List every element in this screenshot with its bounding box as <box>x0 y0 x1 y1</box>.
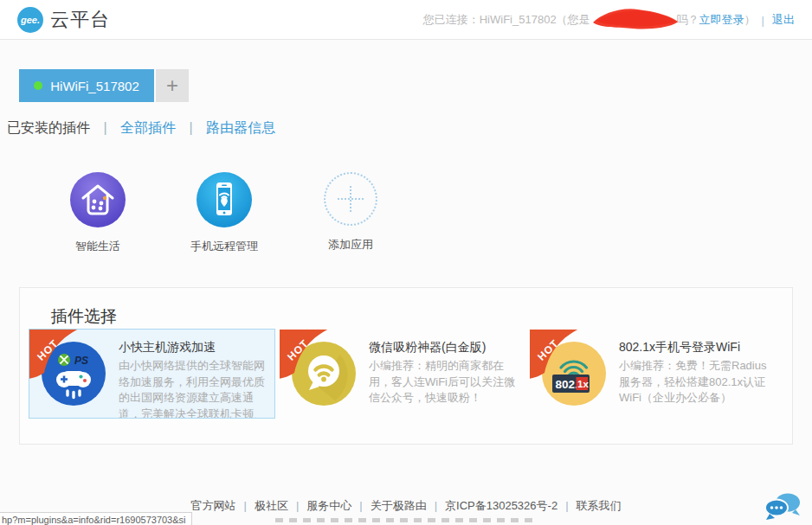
gee-logo-text: gee. <box>21 15 40 25</box>
brand-title: 云平台 <box>50 7 110 33</box>
plugin-card-title: 小快主机游戏加速 <box>119 340 267 355</box>
connection-status: 您已连接：HiWiFi_517802（您是 吗？ 立即登录 ） | 退出 <box>423 0 795 40</box>
connection-text-prefix: 您已连接：HiWiFi_517802（您是 <box>423 12 590 28</box>
footer-link-icp[interactable]: 京ICP备13025326号-2 <box>445 499 557 512</box>
footer-link-service-center[interactable]: 服务中心 <box>306 499 351 512</box>
nav-separator: | <box>190 120 193 135</box>
footer-link-about[interactable]: 关于极路由 <box>371 499 427 512</box>
nav-separator: | <box>103 120 106 135</box>
footer-separator: | <box>296 499 299 512</box>
smart-home-icon <box>70 172 126 227</box>
plugin-nav: 已安装的插件 | 全部插件 | 路由器信息 <box>7 119 793 138</box>
hot-ribbon-icon: HOT <box>29 329 79 379</box>
add-app-icon <box>324 172 377 226</box>
footer-separator: | <box>359 499 362 512</box>
plugin-card-description: 小编推荐：免费！无需Radius服务器，轻松搭建802.1x认证WiFi（企业办… <box>619 358 768 407</box>
app-label: 智能生活 <box>50 239 145 254</box>
section-title: 插件选择 <box>51 305 792 328</box>
app-add-application[interactable]: 添加应用 <box>303 172 398 254</box>
plugin-card-title: 微信吸粉神器(白金版) <box>369 340 518 355</box>
installed-apps-row: 智能生活 手机远程管理 添加应用 <box>19 172 793 254</box>
logout-link[interactable]: 退出 <box>772 12 795 28</box>
hot-ribbon-icon: HOT <box>529 329 579 379</box>
main-content: HiWiFi_517802 + 已安装的插件 | 全部插件 | 路由器信息 智能… <box>0 69 812 445</box>
plugin-card-text: 小快主机游戏加速 由小快网络提供的全球智能网络加速服务，利用全网最优质的出国网络… <box>119 340 267 419</box>
chat-bubbles-icon <box>764 491 802 522</box>
footer-link-contact[interactable]: 联系我们 <box>577 499 622 512</box>
connection-close-paren: ） <box>744 12 756 28</box>
browser-status-bar: hp?m=plugins&a=info&rid=r1690573703&si <box>0 512 192 525</box>
red-scribble-redaction <box>591 9 676 31</box>
app-smart-life[interactable]: 智能生活 <box>50 172 145 254</box>
plugin-card-title: 802.1x手机号登录WiFi <box>619 340 768 355</box>
status-url-text: hp?m=plugins&a=info&rid=r1690573703&si <box>2 515 186 525</box>
online-status-dot <box>34 81 42 90</box>
gee-logo-icon: gee. <box>17 7 43 33</box>
footer-link-official-site[interactable]: 官方网站 <box>190 499 235 512</box>
plugin-card-description: 小编推荐：精明的商家都在用，客人连WiFi后可以关注微信公众号，快速吸粉！ <box>369 358 518 407</box>
customer-service-chat-button[interactable] <box>764 491 802 522</box>
plugin-cards-row: HOT PS 小快主机游戏加速 由小快网络提 <box>29 329 776 419</box>
brand-logo[interactable]: gee. 云平台 <box>17 7 110 33</box>
app-label: 手机远程管理 <box>177 239 272 254</box>
app-label: 添加应用 <box>303 237 398 253</box>
footer-link-community[interactable]: 极社区 <box>255 499 288 512</box>
footer-separator: | <box>435 499 437 512</box>
nav-router-info[interactable]: 路由器信息 <box>206 120 275 135</box>
nav-installed-plugins[interactable]: 已安装的插件 <box>7 120 90 135</box>
router-tab-label: HiWiFi_517802 <box>50 79 139 93</box>
router-tab-bar: HiWiFi_517802 + <box>19 69 793 102</box>
scribble-icon <box>588 3 685 35</box>
plugin-card-wechat-fans[interactable]: HOT 微信吸粉神器(白金版) 小编推荐：精明的商家都在用，客人连WiFi后可以… <box>279 329 525 419</box>
plus-icon <box>350 186 351 212</box>
plugin-picks-section: 插件选择 HOT PS <box>19 287 793 445</box>
phone-remote-icon <box>197 172 252 227</box>
footer-separator: | <box>243 499 246 512</box>
plugin-card-description: 由小快网络提供的全球智能网络加速服务，利用全网最优质的出国网络资源建立高速通道，… <box>119 358 267 419</box>
plugin-card-text: 微信吸粉神器(白金版) 小编推荐：精明的商家都在用，客人连WiFi后可以关注微信… <box>369 340 518 419</box>
desc-visible: 由小快网络提供的全球智能网络加速服务，利用全网最优质的出国网络资源建立高速通道，… <box>119 359 265 419</box>
badge-prefix: 802. <box>556 378 578 391</box>
app-phone-remote[interactable]: 手机远程管理 <box>177 172 272 254</box>
plugin-card-game-boost[interactable]: HOT PS 小快主机游戏加速 由小快网络提 <box>29 329 275 419</box>
badge-suffix: 1x <box>577 379 589 389</box>
hot-ribbon-icon: HOT <box>279 329 329 379</box>
header-divider: | <box>762 14 764 27</box>
add-router-button[interactable]: + <box>156 69 189 102</box>
nav-all-plugins[interactable]: 全部插件 <box>120 120 176 135</box>
login-link[interactable]: 立即登录 <box>699 12 744 28</box>
footer-clipped-line <box>275 518 535 522</box>
plugin-card-8021x-wifi[interactable]: HOT 802. 1x 802.1x手机号登录WiFi 小编推荐：免费！无需Ra… <box>529 329 776 419</box>
plugin-card-text: 802.1x手机号登录WiFi 小编推荐：免费！无需Radius服务器，轻松搭建… <box>619 340 768 419</box>
router-tab-active[interactable]: HiWiFi_517802 <box>19 69 154 102</box>
footer-separator: | <box>565 499 568 512</box>
header: gee. 云平台 您已连接：HiWiFi_517802（您是 吗？ 立即登录 ）… <box>0 0 812 40</box>
